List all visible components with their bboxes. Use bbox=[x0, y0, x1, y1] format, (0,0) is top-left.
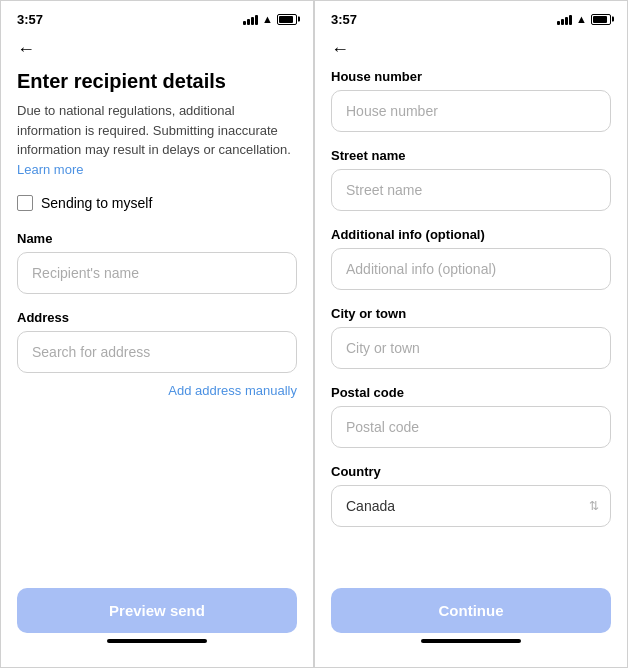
sending-to-myself-label: Sending to myself bbox=[41, 195, 152, 211]
postal-code-field-group: Postal code bbox=[331, 385, 611, 448]
country-select-wrapper: Canada United States United Kingdom bbox=[331, 485, 611, 527]
screen-recipient-details: 3:57 ▲ ← Enter recipient details Due to bbox=[0, 0, 314, 668]
time-2: 3:57 bbox=[331, 12, 357, 27]
time-1: 3:57 bbox=[17, 12, 43, 27]
nav-bar-2: ← bbox=[315, 33, 627, 69]
country-select[interactable]: Canada United States United Kingdom bbox=[331, 485, 611, 527]
add-address-manually-button[interactable]: Add address manually bbox=[168, 383, 297, 398]
status-bar-2: 3:57 ▲ bbox=[315, 1, 627, 33]
name-field-group: Name bbox=[17, 231, 297, 294]
country-label: Country bbox=[331, 464, 611, 479]
city-label: City or town bbox=[331, 306, 611, 321]
name-input[interactable] bbox=[17, 252, 297, 294]
home-indicator-1 bbox=[107, 639, 207, 643]
house-number-field-group: House number bbox=[331, 69, 611, 132]
screen2-footer: Continue bbox=[315, 576, 627, 667]
postal-code-input[interactable] bbox=[331, 406, 611, 448]
screen2-content: House number Street name Additional info… bbox=[315, 69, 627, 576]
city-field-group: City or town bbox=[331, 306, 611, 369]
add-address-link-row: Add address manually bbox=[17, 381, 297, 399]
page-title-1: Enter recipient details bbox=[17, 69, 297, 93]
sending-to-myself-checkbox[interactable] bbox=[17, 195, 33, 211]
back-button-1[interactable]: ← bbox=[17, 37, 41, 61]
name-label: Name bbox=[17, 231, 297, 246]
city-input[interactable] bbox=[331, 327, 611, 369]
additional-info-input[interactable] bbox=[331, 248, 611, 290]
sending-to-myself-row: Sending to myself bbox=[17, 195, 297, 211]
nav-bar-1: ← bbox=[1, 33, 313, 69]
wifi-icon-1: ▲ bbox=[262, 13, 273, 25]
info-text-1: Due to national regulations, additional … bbox=[17, 101, 297, 179]
street-name-input[interactable] bbox=[331, 169, 611, 211]
status-bar-1: 3:57 ▲ bbox=[1, 1, 313, 33]
screen-address-form: 3:57 ▲ ← House number bbox=[314, 0, 628, 668]
learn-more-link[interactable]: Learn more bbox=[17, 162, 83, 177]
screen1-content: Enter recipient details Due to national … bbox=[1, 69, 313, 576]
street-name-label: Street name bbox=[331, 148, 611, 163]
preview-send-button[interactable]: Preview send bbox=[17, 588, 297, 633]
country-field-group: Country Canada United States United King… bbox=[331, 464, 611, 527]
status-icons-2: ▲ bbox=[557, 13, 611, 25]
house-number-input[interactable] bbox=[331, 90, 611, 132]
wifi-icon-2: ▲ bbox=[576, 13, 587, 25]
battery-icon-1 bbox=[277, 14, 297, 25]
additional-info-label: Additional info (optional) bbox=[331, 227, 611, 242]
back-button-2[interactable]: ← bbox=[331, 37, 355, 61]
status-icons-1: ▲ bbox=[243, 13, 297, 25]
address-label: Address bbox=[17, 310, 297, 325]
home-indicator-2 bbox=[421, 639, 521, 643]
address-input[interactable] bbox=[17, 331, 297, 373]
street-name-field-group: Street name bbox=[331, 148, 611, 211]
continue-button[interactable]: Continue bbox=[331, 588, 611, 633]
signal-icon-2 bbox=[557, 13, 572, 25]
house-number-label: House number bbox=[331, 69, 611, 84]
signal-icon-1 bbox=[243, 13, 258, 25]
postal-code-label: Postal code bbox=[331, 385, 611, 400]
screen1-footer: Preview send bbox=[1, 576, 313, 667]
address-field-group: Address Add address manually bbox=[17, 310, 297, 399]
battery-icon-2 bbox=[591, 14, 611, 25]
additional-info-field-group: Additional info (optional) bbox=[331, 227, 611, 290]
